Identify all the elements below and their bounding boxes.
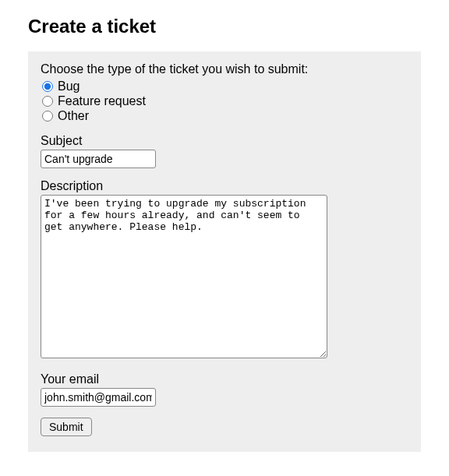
ticket-type-prompt: Choose the type of the ticket you wish t… [41,62,408,76]
subject-label: Subject [41,134,408,148]
ticket-type-label-feature: Feature request [58,94,146,108]
description-textarea[interactable] [41,195,327,358]
ticket-type-radio-bug[interactable] [42,81,53,92]
email-label: Your email [41,372,408,386]
ticket-form: Choose the type of the ticket you wish t… [28,51,421,452]
subject-input[interactable] [41,150,156,168]
ticket-type-option-feature[interactable]: Feature request [41,94,408,108]
ticket-type-radio-feature[interactable] [42,96,53,107]
ticket-type-group: Bug Feature request Other [41,79,408,123]
email-input[interactable] [41,388,156,407]
page-title: Create a ticket [28,16,421,37]
ticket-type-option-bug[interactable]: Bug [41,79,408,93]
ticket-type-option-other[interactable]: Other [41,109,408,123]
description-label: Description [41,179,408,193]
submit-button[interactable]: Submit [41,418,92,436]
ticket-type-label-bug: Bug [58,79,80,93]
ticket-type-label-other: Other [58,109,89,123]
ticket-type-radio-other[interactable] [42,111,53,122]
